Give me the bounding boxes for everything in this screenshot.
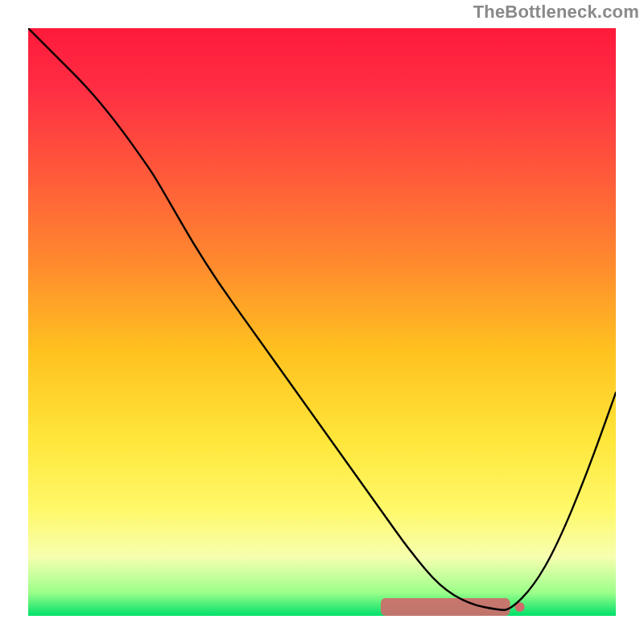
chart-plot-area	[28, 28, 616, 616]
attribution-watermark: TheBottleneck.com	[473, 2, 639, 23]
chart-svg	[28, 28, 616, 616]
chart-frame: TheBottleneck.com	[0, 0, 644, 644]
chart-background	[28, 28, 616, 616]
svg-rect-0	[381, 598, 510, 616]
chart-accent	[381, 598, 525, 616]
